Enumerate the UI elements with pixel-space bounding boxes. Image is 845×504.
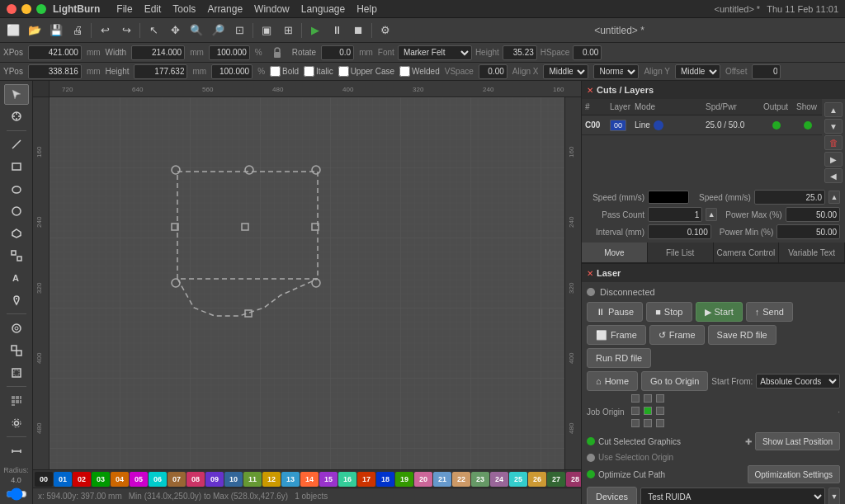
speed-up-button[interactable]: ▲ [828,191,840,204]
stop-toolbar-button[interactable]: ⏹ [348,21,368,40]
color-tab-06[interactable]: 06 [149,472,167,487]
redo-button[interactable]: ↪ [116,21,136,40]
run-button[interactable]: ▶ [305,21,325,40]
run-rd-button[interactable]: Run RD file [587,348,651,368]
zoom-in-button[interactable]: 🔍 [186,21,206,40]
layer-down-button[interactable]: ▼ [824,119,843,134]
color-tab-17[interactable]: 17 [357,472,375,487]
vspace-input[interactable] [479,64,507,79]
device-select[interactable]: Test RUIDA [640,488,825,504]
grid-array-tool[interactable] [4,390,29,411]
layer-color-badge[interactable]: 00 [610,120,626,131]
rotate-input[interactable] [321,45,354,60]
color-tab-01[interactable]: 01 [54,472,72,487]
color-tab-22[interactable]: 22 [452,472,470,487]
draw-circle-tool[interactable] [4,179,29,200]
laser-close-icon[interactable]: ✕ [587,269,593,278]
italic-checkbox-label[interactable]: Italic [304,66,333,77]
move-tool[interactable]: ✥ [165,21,185,40]
color-tab-07[interactable]: 07 [168,472,186,487]
device-settings-button[interactable]: ▼ [828,488,840,504]
new-button[interactable]: ⬜ [3,21,23,40]
optimization-button[interactable]: Optimization Settings [748,465,841,483]
power-min-input[interactable] [777,224,840,239]
color-tab-00[interactable]: 00 [35,472,53,487]
close-button[interactable] [7,4,17,14]
pass-count-input[interactable] [648,207,702,222]
origin-ml[interactable] [631,407,640,415]
zoom-out-button[interactable]: 🔎 [208,21,228,40]
offset-input[interactable] [752,64,781,79]
layer-row-0[interactable]: C00 00 Line 25.0 / 50.0 [582,115,822,135]
upper-checkbox[interactable] [338,66,349,77]
color-tab-24[interactable]: 24 [490,472,508,487]
bold-checkbox[interactable] [270,66,281,77]
tab-camera[interactable]: Camera Control [714,243,780,262]
welded-checkbox-label[interactable]: Welded [399,66,440,77]
devices-button[interactable]: Devices [587,487,637,504]
transform-tool[interactable] [4,340,29,360]
color-tab-04[interactable]: 04 [111,472,129,487]
maximize-button[interactable] [36,4,46,14]
menu-bar[interactable]: File Edit Tools Arrange Window Language … [116,3,377,15]
color-tab-27[interactable]: 27 [547,472,565,487]
text-tool[interactable]: A [4,268,29,289]
color-tab-02[interactable]: 02 [73,472,91,487]
color-tab-14[interactable]: 14 [300,472,319,487]
from-select[interactable]: Absolute Coords [756,374,840,389]
welded-checkbox[interactable] [399,66,410,77]
output-dot[interactable] [772,121,781,130]
color-tab-05[interactable]: 05 [130,472,148,487]
tab-move[interactable]: Move [582,243,648,262]
menu-language[interactable]: Language [301,3,345,15]
color-tab-19[interactable]: 19 [395,472,413,487]
color-tab-28[interactable]: 28 [566,472,581,487]
minimize-button[interactable] [21,4,31,14]
color-tab-13[interactable]: 13 [281,472,300,487]
measure-tool[interactable] [4,440,29,461]
draw-ellipse-tool[interactable] [4,201,29,222]
origin-tr[interactable] [656,394,664,403]
color-tab-03[interactable]: 03 [92,472,110,487]
draw-path-tool[interactable] [4,246,29,266]
width-input[interactable] [131,45,185,60]
menu-help[interactable]: Help [356,3,377,15]
color-tab-08[interactable]: 08 [186,472,205,487]
layer-delete-button[interactable]: 🗑 [824,135,843,150]
origin-mr[interactable] [656,407,664,415]
draw-polygon-tool[interactable] [4,224,29,244]
width-pct-input[interactable] [209,45,250,60]
power-max-input[interactable] [786,207,840,222]
color-tab-11[interactable]: 11 [243,472,262,487]
cuts-layers-close-icon[interactable]: ✕ [587,86,593,95]
color-tab-18[interactable]: 18 [376,472,394,487]
color-tab-10[interactable]: 10 [224,472,243,487]
radius-slider[interactable] [6,488,27,501]
color-tab-25[interactable]: 25 [509,472,527,487]
tab-file-list[interactable]: File List [648,243,714,262]
color-tab-09[interactable]: 09 [205,472,224,487]
height-input[interactable] [134,64,187,79]
upper-checkbox-label[interactable]: Upper Case [338,66,394,77]
align-y-select[interactable]: Middle [675,64,720,79]
settings-button[interactable]: ⚙ [375,21,395,40]
edit-tool[interactable] [4,106,29,127]
interval-input[interactable] [648,224,711,239]
donut-tool[interactable] [4,318,29,338]
normal-select[interactable]: Normal [593,64,639,79]
bold-checkbox-label[interactable]: Bold [270,66,299,77]
menu-file[interactable]: File [116,3,132,15]
open-button[interactable]: 📂 [25,21,45,40]
height-pct-input[interactable] [211,64,253,79]
color-tab-21[interactable]: 21 [433,472,451,487]
italic-checkbox[interactable] [304,66,314,77]
origin-bl[interactable] [631,419,640,427]
speed-input[interactable] [754,190,825,205]
cuts-layers-header[interactable]: ✕ Cuts / Layers [582,81,845,99]
hspace-input[interactable] [573,45,602,60]
frame2-button[interactable]: ↺ Frame [649,325,705,345]
layer-output[interactable] [760,121,793,130]
save-as-button[interactable]: 🖨 [68,21,87,40]
color-tab-20[interactable]: 20 [414,472,432,487]
origin-bc[interactable] [644,419,652,427]
